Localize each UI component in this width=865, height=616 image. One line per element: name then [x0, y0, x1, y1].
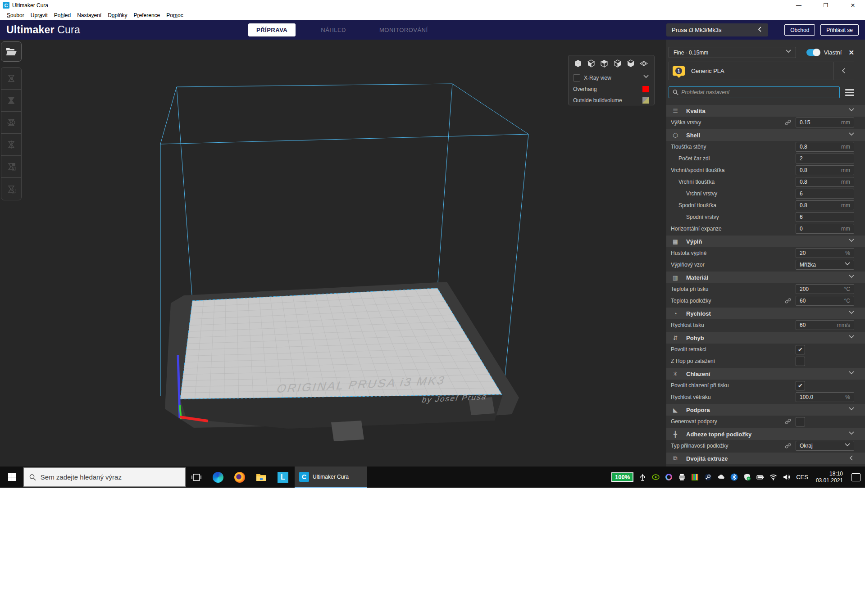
setting-input[interactable]: 20%	[796, 248, 854, 258]
menu-doplňky[interactable]: Doplňky	[105, 11, 130, 19]
printer-tray-icon[interactable]	[678, 473, 686, 481]
section-header-rychlost[interactable]: ◔ Rychlost	[666, 308, 865, 319]
volume-tray-icon[interactable]	[782, 473, 790, 481]
battery-percent-indicator[interactable]: 100%	[611, 472, 633, 482]
ring-tray-icon[interactable]	[665, 473, 673, 481]
menu-preference[interactable]: Preference	[131, 11, 164, 19]
taskbar-item-libreoffice[interactable]: L	[272, 467, 294, 488]
setting-input[interactable]: 0.8mm	[796, 200, 854, 210]
bluetooth-tray-icon[interactable]	[730, 473, 738, 481]
wifi-tray-icon[interactable]	[769, 473, 777, 481]
section-header-adheze-topn-podlo-ky[interactable]: ╋ Adheze topné podložky	[666, 428, 865, 440]
profile-dropdown[interactable]: Fine - 0.15mm	[669, 47, 796, 58]
chevron-down-icon[interactable]	[643, 74, 649, 81]
support-blocker-tool-button[interactable]	[1, 178, 21, 200]
usb-plug-tray-icon[interactable]	[638, 473, 646, 481]
tab-monitorování[interactable]: MONITOROVÁNÍ	[371, 23, 436, 36]
mirror-tool-button[interactable]	[1, 134, 21, 156]
view-3d-icon[interactable]	[573, 59, 583, 70]
setting-input[interactable]: 2	[796, 154, 854, 163]
battery-tray-icon[interactable]	[756, 473, 764, 481]
taskbar-item-task-view[interactable]	[186, 467, 207, 488]
setting-input[interactable]: 60°C	[796, 296, 854, 306]
onedrive-tray-icon[interactable]	[717, 473, 725, 481]
section-header-v-pl-[interactable]: ▦ Výplň	[666, 236, 865, 247]
marketplace-button[interactable]: Obchod	[784, 24, 815, 36]
settings-search[interactable]	[669, 86, 840, 98]
checkbox-checked[interactable]: ✔	[796, 345, 805, 354]
minimize-icon[interactable]: —	[794, 2, 804, 9]
taskbar-item-edge[interactable]	[207, 467, 229, 488]
setting-input[interactable]: 0.15mm	[796, 118, 854, 127]
steam-tray-icon[interactable]	[704, 473, 712, 481]
menu-upravit[interactable]: Upravit	[27, 11, 51, 19]
printer-selector[interactable]: Prusa i3 Mk3/Mk3s	[666, 23, 768, 36]
view-right-icon[interactable]	[626, 59, 636, 70]
custom-settings-toggle[interactable]	[806, 49, 820, 56]
section-header-shell[interactable]: ⬡ Shell	[666, 129, 865, 141]
setting-input[interactable]: 0.8mm	[796, 142, 854, 152]
taskbar-item-explorer[interactable]	[250, 467, 272, 488]
setting-input[interactable]: 6	[796, 212, 854, 222]
setting-input[interactable]: 60mm/s	[796, 320, 854, 330]
notifications-icon[interactable]	[851, 473, 860, 481]
restore-icon[interactable]: ❐	[821, 2, 831, 9]
close-icon[interactable]: ✕	[848, 2, 858, 9]
screen: C Ultimaker Cura — ❐ ✕ SouborUpravitPohl…	[0, 0, 865, 616]
menu-soubor[interactable]: Soubor	[4, 11, 27, 19]
setting-input[interactable]: 0mm	[796, 224, 854, 234]
extruder-material-selector[interactable]: 1 Generic PLA	[669, 62, 854, 80]
taskbar-item-firefox[interactable]	[229, 467, 250, 488]
setting-input[interactable]: 100.0%	[796, 392, 854, 402]
start-button[interactable]	[0, 467, 23, 488]
security-tray-icon[interactable]	[743, 473, 751, 481]
setting-dropdown[interactable]: Mřížka	[796, 260, 854, 270]
section-header-materi-l[interactable]: ▥ Materiál	[666, 272, 865, 283]
settings-menu-icon[interactable]	[845, 89, 854, 96]
tab-příprava[interactable]: PŘÍPRAVA	[248, 23, 296, 36]
clock[interactable]: 18:10 03.01.2021	[816, 471, 843, 484]
section-header-kvalita[interactable]: ☰ Kvalita	[666, 105, 865, 117]
view-bottom-icon[interactable]	[639, 59, 649, 70]
sign-in-button[interactable]: Přihlásit se	[820, 24, 859, 36]
taskbar-search[interactable]	[23, 467, 186, 487]
per-model-settings-tool-button[interactable]	[1, 156, 21, 178]
section-header-dvojit-extruze[interactable]: ⧉ Dvojitá extruze	[666, 453, 865, 464]
xray-checkbox[interactable]	[573, 74, 580, 82]
view-left-icon[interactable]	[613, 59, 623, 70]
open-file-button[interactable]	[1, 41, 22, 62]
chevron-down-icon	[786, 49, 791, 54]
chevron-down-icon	[849, 238, 854, 244]
setting-input[interactable]: 6	[796, 189, 854, 199]
view-top-icon[interactable]	[599, 59, 609, 70]
checkbox-checked[interactable]: ✔	[796, 381, 805, 390]
section-header-pohyb[interactable]: ⇵ Pohyb	[666, 332, 865, 344]
menu-nastavení[interactable]: Nastavení	[74, 11, 105, 19]
menu-pohled[interactable]: Pohled	[51, 11, 74, 19]
led-grid-tray-icon[interactable]	[691, 473, 699, 481]
taskbar-item-cura[interactable]: C Ultimaker Cura	[295, 467, 367, 488]
move-tool-button[interactable]	[1, 68, 21, 90]
view-front-icon[interactable]	[586, 59, 596, 70]
open-folder-icon	[5, 47, 17, 57]
rotate-tool-button[interactable]	[1, 112, 21, 134]
checkbox-unchecked[interactable]	[796, 417, 805, 426]
tab-náhled[interactable]: NÁHLED	[313, 23, 354, 36]
section-header-podpora[interactable]: ◣ Podpora	[666, 404, 865, 416]
xray-view-row[interactable]: X-Ray view	[573, 72, 649, 83]
settings-search-input[interactable]	[681, 89, 836, 95]
scale-tool-button[interactable]	[1, 90, 21, 112]
menu-pomoc[interactable]: Pomoc	[163, 11, 186, 19]
setting-input[interactable]: 0.8mm	[796, 177, 854, 187]
taskbar-search-input[interactable]	[41, 473, 180, 481]
checkbox-unchecked[interactable]	[796, 357, 805, 366]
collapse-material-button[interactable]	[833, 62, 854, 80]
setting-row-hustota-v-pln-: Hustota výplně20%	[666, 247, 865, 259]
setting-dropdown[interactable]: Okraj	[796, 441, 854, 451]
setting-input[interactable]: 0.8mm	[796, 165, 854, 175]
nvidia-tray-icon[interactable]	[651, 473, 660, 481]
setting-input[interactable]: 200°C	[796, 284, 854, 294]
section-header-chlazen-[interactable]: ✳ Chlazení	[666, 368, 865, 380]
close-panel-icon[interactable]: ✕	[848, 49, 854, 57]
language-indicator[interactable]: CES	[796, 474, 808, 480]
